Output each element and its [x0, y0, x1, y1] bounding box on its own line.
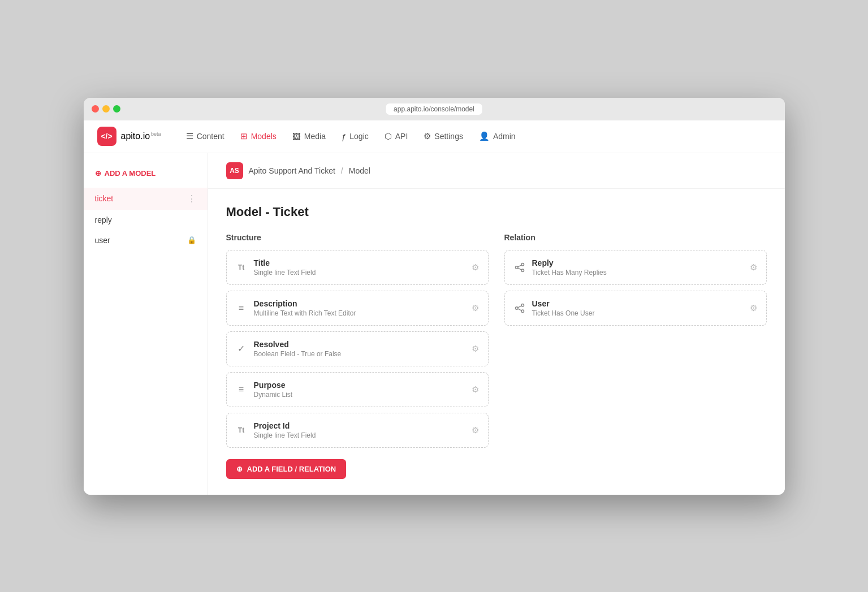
svg-point-5: [515, 306, 518, 309]
field-left-resolved: ✓ Resolved Boolean Field - True or False: [236, 340, 342, 358]
field-type-user: Ticket Has One User: [532, 309, 595, 317]
svg-line-8: [518, 305, 521, 307]
main-area: ⊕ ADD A MODEL ticket ⋮ reply user 🔒: [84, 153, 785, 495]
sidebar-item-user[interactable]: user 🔒: [84, 230, 208, 250]
nav-item-media[interactable]: 🖼 Media: [286, 128, 332, 145]
logo: </> apito.iobeta: [97, 127, 161, 146]
add-model-label: ADD A MODEL: [105, 169, 156, 178]
sidebar-item-reply[interactable]: reply: [84, 210, 208, 230]
field-gear-project-id[interactable]: ⚙: [472, 425, 479, 435]
field-info-title: Title Single line Text Field: [254, 258, 316, 276]
svg-line-9: [518, 309, 521, 310]
field-gear-title[interactable]: ⚙: [472, 262, 479, 273]
top-nav: </> apito.iobeta ☰ Content ⊞ Models 🖼 Me…: [84, 120, 785, 153]
sections-container: Structure Tt Title Single line Text Fiel…: [226, 233, 767, 479]
field-left-reply: Reply Ticket Has Many Replies: [514, 258, 607, 276]
admin-icon: 👤: [479, 131, 490, 141]
sidebar-item-label-reply: reply: [95, 215, 112, 224]
field-info-reply: Reply Ticket Has Many Replies: [532, 258, 607, 276]
field-gear-description[interactable]: ⚙: [472, 303, 479, 313]
field-name-purpose: Purpose: [254, 381, 293, 390]
field-card-resolved: ✓ Resolved Boolean Field - True or False…: [226, 331, 489, 366]
models-icon: ⊞: [240, 131, 248, 141]
app-window: app.apito.io/console/model </> apito.iob…: [84, 98, 785, 495]
field-info-resolved: Resolved Boolean Field - True or False: [254, 340, 342, 358]
nav-item-settings[interactable]: ⚙ Settings: [417, 128, 470, 145]
boolean-field-icon: ✓: [236, 343, 247, 354]
nav-items: ☰ Content ⊞ Models 🖼 Media ƒ Logic ⬡: [179, 128, 771, 145]
add-model-button[interactable]: ⊕ ADD A MODEL: [84, 165, 208, 182]
add-field-label: ADD A FIELD / RELATION: [247, 465, 336, 473]
field-name-project-id: Project Id: [254, 421, 316, 430]
structure-section-header: Structure: [226, 233, 489, 242]
field-type-resolved: Boolean Field - True or False: [254, 350, 342, 358]
nav-item-api[interactable]: ⬡ API: [378, 128, 415, 145]
field-card-purpose: ≡ Purpose Dynamic List ⚙: [226, 372, 489, 407]
minimize-button[interactable]: [102, 105, 110, 113]
svg-point-2: [521, 269, 524, 272]
nav-label-models: Models: [251, 132, 277, 141]
field-name-resolved: Resolved: [254, 340, 342, 349]
relation-icon-reply: [514, 262, 525, 273]
field-gear-reply[interactable]: ⚙: [750, 262, 757, 273]
nav-label-logic: Logic: [349, 132, 368, 141]
text-field-icon-2: Tt: [236, 426, 247, 434]
field-info-description: Description Multiline Text with Rich Tex…: [254, 299, 356, 317]
field-card-user: User Ticket Has One User ⚙: [504, 291, 767, 326]
relation-icon-user: [514, 303, 525, 313]
relation-section: Relation: [504, 233, 767, 479]
field-left-project-id: Tt Project Id Single line Text Field: [236, 421, 316, 439]
field-name-user: User: [532, 299, 595, 308]
traffic-lights: [92, 105, 120, 113]
structure-section: Structure Tt Title Single line Text Fiel…: [226, 233, 489, 479]
sidebar: ⊕ ADD A MODEL ticket ⋮ reply user 🔒: [84, 153, 208, 495]
field-name-description: Description: [254, 299, 356, 308]
field-gear-purpose[interactable]: ⚙: [472, 384, 479, 395]
sidebar-item-ticket[interactable]: ticket ⋮: [84, 188, 208, 210]
svg-point-0: [515, 266, 518, 269]
model-content: Model - Ticket Structure Tt Title: [208, 189, 785, 495]
text-field-icon: Tt: [236, 263, 247, 271]
nav-item-content[interactable]: ☰ Content: [179, 128, 231, 145]
field-type-project-id: Single line Text Field: [254, 431, 316, 439]
field-card-description: ≡ Description Multiline Text with Rich T…: [226, 291, 489, 326]
field-type-title: Single line Text Field: [254, 269, 316, 276]
project-badge: AS: [226, 162, 243, 179]
field-type-description: Multiline Text with Rich Text Editor: [254, 309, 356, 317]
url-bar[interactable]: app.apito.io/console/model: [386, 103, 482, 115]
lock-icon: 🔒: [187, 236, 196, 244]
field-name-title: Title: [254, 258, 316, 267]
list-field-icon: ≡: [236, 384, 247, 395]
logo-beta: beta: [151, 131, 161, 137]
field-card-project-id: Tt Project Id Single line Text Field ⚙: [226, 413, 489, 448]
titlebar: app.apito.io/console/model: [84, 98, 785, 120]
nav-item-models[interactable]: ⊞ Models: [234, 128, 283, 145]
add-field-button[interactable]: ⊕ ADD A FIELD / RELATION: [226, 459, 347, 479]
nav-item-logic[interactable]: ƒ Logic: [335, 128, 375, 145]
maximize-button[interactable]: [113, 105, 120, 113]
sidebar-item-label-user: user: [95, 236, 110, 245]
svg-point-6: [521, 304, 524, 306]
breadcrumb-project-name: Apito Support And Ticket: [249, 166, 335, 175]
nav-label-admin: Admin: [493, 132, 516, 141]
field-gear-user[interactable]: ⚙: [750, 303, 757, 313]
svg-line-4: [518, 268, 521, 270]
app-body: </> apito.iobeta ☰ Content ⊞ Models 🖼 Me…: [84, 120, 785, 495]
settings-icon: ⚙: [424, 131, 431, 141]
field-type-reply: Ticket Has Many Replies: [532, 269, 607, 276]
relation-section-header: Relation: [504, 233, 767, 242]
model-title: Model - Ticket: [226, 205, 767, 219]
close-button[interactable]: [92, 105, 99, 113]
field-info-user: User Ticket Has One User: [532, 299, 595, 317]
sidebar-item-label-ticket: ticket: [95, 194, 114, 203]
sidebar-item-menu-ticket[interactable]: ⋮: [187, 193, 196, 204]
logic-icon: ƒ: [342, 132, 346, 141]
field-gear-resolved[interactable]: ⚙: [472, 344, 479, 354]
nav-label-settings: Settings: [434, 132, 463, 141]
svg-line-3: [518, 265, 521, 266]
breadcrumb-separator: /: [341, 166, 343, 175]
field-type-purpose: Dynamic List: [254, 391, 293, 399]
field-left-title: Tt Title Single line Text Field: [236, 258, 316, 276]
nav-item-admin[interactable]: 👤 Admin: [472, 128, 522, 145]
field-left-purpose: ≡ Purpose Dynamic List: [236, 381, 293, 399]
